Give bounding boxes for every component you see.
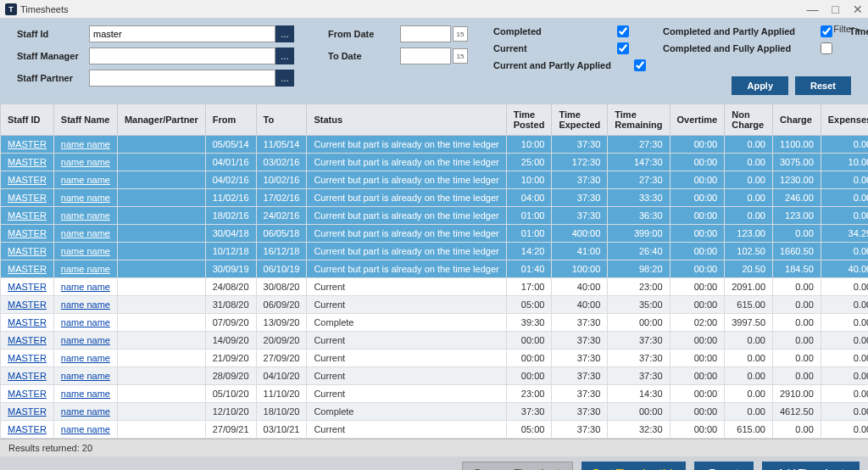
staff-id-link[interactable]: MASTER — [8, 317, 47, 327]
reopen-timesheet-button[interactable]: Re-open Timesheet — [462, 462, 573, 470]
to-date-input[interactable] — [400, 48, 451, 64]
staff-id-link[interactable]: MASTER — [8, 157, 47, 167]
staff-name-link[interactable]: name name — [61, 157, 110, 167]
staff-id-link[interactable]: MASTER — [8, 282, 47, 292]
staff-id-input[interactable] — [89, 25, 275, 42]
export-button[interactable]: Export — [694, 462, 754, 470]
staff-id-link[interactable]: MASTER — [8, 175, 47, 185]
table-row[interactable]: MASTERname name10/12/1816/12/18Current b… — [1, 243, 869, 260]
staff-id-link[interactable]: MASTER — [8, 246, 47, 256]
staff-id-link[interactable]: MASTER — [8, 353, 47, 363]
staff-manager-input[interactable] — [89, 48, 275, 64]
table-row[interactable]: MASTERname name11/02/1617/02/16Current b… — [1, 189, 869, 207]
staff-id-link[interactable]: MASTER — [8, 371, 47, 381]
staff-name-link[interactable]: name name — [61, 389, 110, 399]
completed-partly-checkbox[interactable] — [821, 25, 832, 37]
window-title: Timesheets — [20, 4, 68, 14]
filter-panel: Filter Staff Id … Staff Manager … Staff … — [0, 19, 868, 104]
column-header[interactable]: To — [256, 104, 307, 136]
staff-id-link[interactable]: MASTER — [8, 389, 47, 399]
table-row[interactable]: MASTERname name18/02/1624/02/16Current b… — [1, 207, 869, 225]
column-header[interactable]: Staff Name — [53, 104, 117, 136]
staff-name-link[interactable]: name name — [61, 210, 110, 221]
table-row[interactable]: MASTERname name24/08/2030/08/20Current17… — [1, 278, 869, 296]
staff-partner-input[interactable] — [89, 70, 275, 87]
staff-name-link[interactable]: name name — [61, 193, 110, 203]
maximize-icon[interactable]: □ — [832, 3, 839, 16]
completed-partly-label: Completed and Partly Applied — [663, 26, 815, 36]
add-timesheet-button[interactable]: Add Timesheet — [762, 462, 860, 470]
column-header[interactable]: Staff ID — [1, 104, 54, 136]
staff-name-link[interactable]: name name — [61, 335, 110, 345]
table-row[interactable]: MASTERname name21/09/2027/09/20Current00… — [1, 350, 869, 367]
table-row[interactable]: MASTERname name12/10/2018/10/20Complete3… — [1, 403, 869, 421]
staff-name-link[interactable]: name name — [61, 424, 110, 434]
staff-id-link[interactable]: MASTER — [8, 264, 47, 274]
column-header[interactable]: Status — [307, 104, 506, 136]
apply-button[interactable]: Apply — [732, 76, 788, 95]
column-header[interactable]: Time Posted — [506, 104, 552, 136]
column-header[interactable]: Time Remaining — [608, 104, 670, 136]
table-row[interactable]: MASTERname name30/09/1906/10/19Current b… — [1, 260, 869, 278]
current-partly-label: Current and Partly Applied — [493, 60, 629, 70]
staff-id-link[interactable]: MASTER — [8, 299, 47, 310]
column-header[interactable]: Charge — [773, 104, 821, 136]
to-date-calendar-icon[interactable]: 15 — [453, 48, 468, 64]
table-row[interactable]: MASTERname name30/04/1806/05/18Current b… — [1, 225, 869, 243]
staff-name-link[interactable]: name name — [61, 282, 110, 292]
staff-name-link[interactable]: name name — [61, 371, 110, 381]
staff-id-link[interactable]: MASTER — [8, 406, 47, 417]
close-icon[interactable]: ✕ — [853, 3, 863, 16]
column-header[interactable]: Manager/Partner — [117, 104, 205, 136]
table-row[interactable]: MASTERname name04/01/1603/02/16Current b… — [1, 154, 869, 171]
staff-id-link[interactable]: MASTER — [8, 424, 47, 434]
table-row[interactable]: MASTERname name05/10/2011/10/20Current23… — [1, 385, 869, 403]
staff-name-link[interactable]: name name — [61, 406, 110, 417]
title-bar: T Timesheets — □ ✕ — [0, 0, 868, 19]
post-timesheets-button[interactable]: Post Timesheet(s) — [581, 462, 686, 470]
completed-label: Completed — [493, 26, 612, 36]
staff-id-link[interactable]: MASTER — [8, 210, 47, 221]
completed-fully-checkbox[interactable] — [821, 42, 832, 54]
current-label: Current — [493, 43, 612, 53]
from-date-calendar-icon[interactable]: 15 — [453, 26, 468, 42]
staff-manager-lookup-button[interactable]: … — [275, 48, 294, 64]
staff-id-link[interactable]: MASTER — [8, 335, 47, 345]
staff-name-link[interactable]: name name — [61, 246, 110, 256]
staff-id-label: Staff Id — [17, 29, 81, 39]
completed-checkbox[interactable] — [617, 25, 629, 37]
reset-button[interactable]: Reset — [795, 76, 851, 95]
staff-id-link[interactable]: MASTER — [8, 139, 47, 149]
minimize-icon[interactable]: — — [807, 3, 819, 16]
staff-name-link[interactable]: name name — [61, 139, 110, 149]
timesheets-table: Staff IDStaff NameManager/PartnerFromToS… — [0, 104, 868, 439]
current-partly-checkbox[interactable] — [634, 59, 646, 71]
staff-name-link[interactable]: name name — [61, 317, 110, 327]
table-row[interactable]: MASTERname name28/09/2004/10/20Current00… — [1, 367, 869, 385]
staff-id-link[interactable]: MASTER — [8, 228, 47, 238]
column-header[interactable]: Overtime — [670, 104, 725, 136]
staff-partner-lookup-button[interactable]: … — [275, 70, 294, 87]
column-header[interactable]: Expenses — [821, 104, 868, 136]
staff-id-lookup-button[interactable]: … — [275, 25, 294, 42]
staff-name-link[interactable]: name name — [61, 175, 110, 185]
staff-name-link[interactable]: name name — [61, 299, 110, 310]
status-bar: Results returned: 20 — [0, 439, 868, 456]
staff-manager-label: Staff Manager — [17, 51, 81, 61]
from-date-input[interactable] — [400, 25, 451, 42]
table-row[interactable]: MASTERname name14/09/2020/09/20Current00… — [1, 332, 869, 350]
staff-id-link[interactable]: MASTER — [8, 193, 47, 203]
staff-name-link[interactable]: name name — [61, 353, 110, 363]
current-checkbox[interactable] — [617, 42, 629, 54]
table-row[interactable]: MASTERname name31/08/2006/09/20Current05… — [1, 296, 869, 314]
column-header[interactable]: Time Expected — [552, 104, 608, 136]
table-row[interactable]: MASTERname name27/09/2103/10/21Current05… — [1, 421, 869, 439]
staff-name-link[interactable]: name name — [61, 264, 110, 274]
table-row[interactable]: MASTERname name04/02/1610/02/16Current b… — [1, 171, 869, 189]
table-row[interactable]: MASTERname name05/05/1411/05/14Current b… — [1, 136, 869, 154]
column-header[interactable]: Non Charge — [725, 104, 773, 136]
staff-name-link[interactable]: name name — [61, 228, 110, 238]
table-row[interactable]: MASTERname name07/09/2013/09/20Complete3… — [1, 314, 869, 332]
column-header[interactable]: From — [205, 104, 256, 136]
filter-toggle[interactable]: Filter — [833, 24, 860, 34]
